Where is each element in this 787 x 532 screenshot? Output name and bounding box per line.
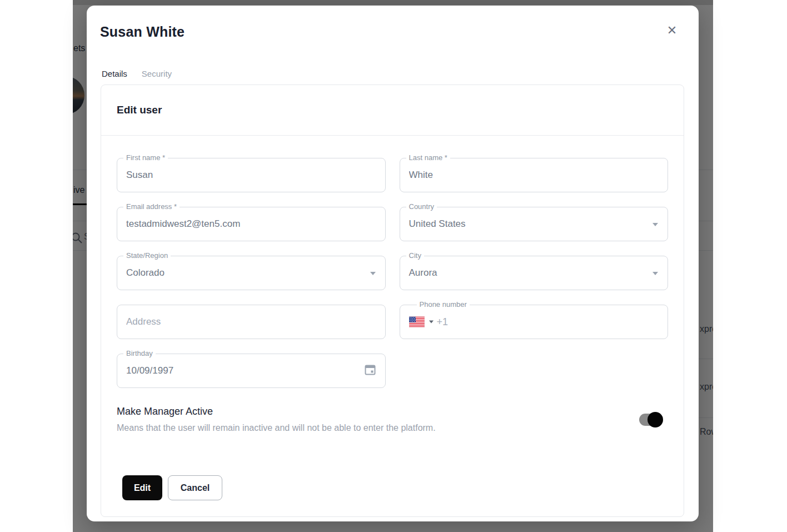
city-label: City <box>406 251 424 260</box>
edit-user-form: First name * Last name * Email address *… <box>101 136 684 500</box>
manager-active-section: Make Manager Active Means that the user … <box>117 406 668 433</box>
country-value: United States <box>409 218 466 230</box>
toggle-title: Make Manager Active <box>117 406 436 417</box>
city-select[interactable]: City Aurora <box>400 256 669 290</box>
edit-user-card: Edit user First name * Last name * Email… <box>101 84 684 517</box>
address-field <box>117 305 386 339</box>
toggle-description: Means that the user will remain inactive… <box>117 423 436 433</box>
state-value: Colorado <box>126 267 165 279</box>
country-select[interactable]: Country United States <box>400 207 669 241</box>
state-label: State/Region <box>123 251 171 260</box>
chevron-down-icon <box>652 223 658 226</box>
action-buttons: Edit Cancel <box>117 475 668 500</box>
last-name-field: Last name * <box>400 158 669 192</box>
city-value: Aurora <box>409 267 437 279</box>
email-input[interactable] <box>117 207 385 241</box>
address-input[interactable] <box>117 305 385 339</box>
modal-title: Susan White <box>100 24 185 40</box>
birthday-field: Birthday <box>117 354 386 388</box>
edit-button[interactable]: Edit <box>122 475 162 500</box>
section-title: Edit user <box>117 104 162 116</box>
phone-input[interactable] <box>400 305 668 339</box>
chevron-down-icon <box>370 272 376 275</box>
edit-user-modal: Susan White ✕ Details Security Edit user… <box>87 6 699 521</box>
chevron-down-icon <box>652 272 658 275</box>
first-name-field: First name * <box>117 158 386 192</box>
calendar-icon[interactable] <box>364 364 376 378</box>
state-select[interactable]: State/Region Colorado <box>117 256 386 290</box>
last-name-input[interactable] <box>400 158 668 192</box>
country-label: Country <box>406 202 437 211</box>
birthday-input[interactable] <box>117 354 385 387</box>
manager-active-texts: Make Manager Active Means that the user … <box>117 406 436 433</box>
close-icon[interactable]: ✕ <box>664 23 680 38</box>
cancel-button[interactable]: Cancel <box>168 475 222 500</box>
manager-active-toggle[interactable] <box>639 414 663 426</box>
card-header: Edit user <box>101 85 684 136</box>
first-name-input[interactable] <box>117 158 385 192</box>
toggle-knob <box>647 412 663 427</box>
phone-field: Phone number <box>400 305 669 339</box>
email-field: Email address * <box>117 207 386 241</box>
